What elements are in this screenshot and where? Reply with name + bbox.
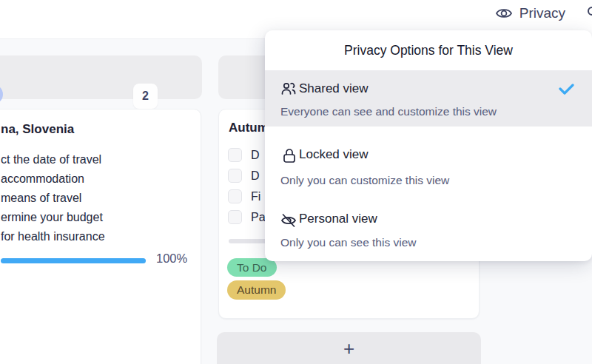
option-description: Only you can customize this view bbox=[280, 174, 449, 187]
checkbox[interactable] bbox=[228, 189, 242, 203]
privacy-options-menu: Privacy Options for This View Shared vie… bbox=[265, 30, 592, 261]
checkbox[interactable] bbox=[228, 148, 242, 162]
checkbox-label: Fi bbox=[251, 190, 260, 203]
tag-autumn[interactable]: Autumn bbox=[227, 280, 286, 300]
clipped-toolbar-icon bbox=[588, 7, 592, 16]
eye-off-icon[interactable] bbox=[280, 212, 297, 229]
card-count-badge: 2 bbox=[133, 84, 158, 109]
checklist-line: for health insurance bbox=[1, 227, 105, 246]
column-header-left[interactable]: inter 2 bbox=[0, 55, 202, 99]
option-description: Only you can see this view bbox=[280, 236, 417, 249]
add-card-button[interactable]: + bbox=[217, 332, 481, 364]
checkbox[interactable] bbox=[228, 169, 242, 183]
privacy-label: Privacy bbox=[519, 5, 565, 21]
column-label-pill[interactable]: inter bbox=[0, 84, 3, 104]
option-label[interactable]: Shared view bbox=[299, 81, 369, 96]
app-window: inter 2 na, Slovenia ct the date of trav… bbox=[0, 0, 592, 364]
checkbox-row[interactable]: Fi bbox=[228, 189, 260, 203]
privacy-button[interactable]: Privacy bbox=[495, 5, 565, 21]
checkbox-row[interactable]: D bbox=[228, 148, 260, 162]
eye-icon bbox=[495, 5, 513, 21]
option-locked-view[interactable]: Locked view bbox=[299, 147, 369, 162]
lock-icon[interactable] bbox=[281, 147, 297, 165]
users-icon bbox=[280, 80, 297, 98]
progress-percent: 100% bbox=[156, 252, 187, 266]
check-icon bbox=[558, 82, 575, 95]
checklist-line: ermine your budget bbox=[1, 208, 105, 227]
option-description: Everyone can see and customize this view bbox=[280, 105, 497, 118]
checkbox-label: Pa bbox=[251, 211, 266, 224]
checkbox-row[interactable]: Pa bbox=[228, 210, 266, 224]
checkbox[interactable] bbox=[228, 210, 242, 224]
checkbox-label: D bbox=[251, 169, 260, 183]
checklist-line: accommodation bbox=[1, 169, 105, 189]
checkbox-label: D bbox=[251, 149, 260, 162]
menu-title: Privacy Options for This View bbox=[265, 43, 592, 58]
option-personal-view[interactable]: Personal view bbox=[299, 212, 377, 226]
checkbox-row[interactable]: D bbox=[228, 169, 260, 183]
checklist-line: ct the date of travel bbox=[1, 150, 105, 169]
tag-todo[interactable]: To Do bbox=[227, 258, 277, 277]
checklist-line: means of travel bbox=[1, 189, 105, 208]
checklist-text: ct the date of travel accommodation mean… bbox=[1, 150, 105, 246]
progress-bar bbox=[1, 258, 146, 263]
card-title: na, Slovenia bbox=[1, 122, 74, 137]
card-slovenia[interactable]: na, Slovenia ct the date of travel accom… bbox=[0, 109, 201, 364]
